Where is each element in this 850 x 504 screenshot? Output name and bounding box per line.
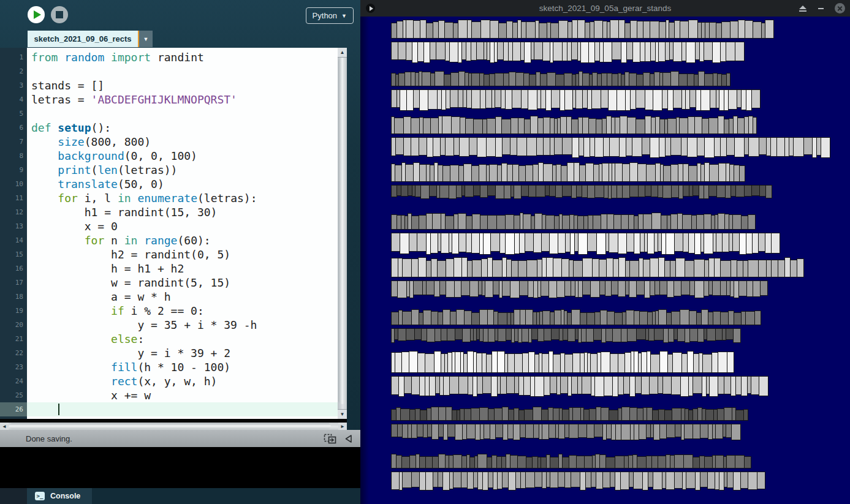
sketch-tab[interactable]: sketch_2021_09_06_rects	[28, 31, 138, 47]
code-line[interactable]: 7 size(800, 800)	[0, 135, 338, 149]
code-line[interactable]: 11 for i, l in enumerate(letras):	[0, 191, 338, 205]
stand-rect	[518, 165, 525, 181]
stand-rect	[497, 165, 501, 181]
stand-rect	[641, 376, 649, 394]
stand-rect	[571, 376, 577, 394]
stand-rect	[564, 310, 567, 325]
stand-rect	[466, 424, 475, 438]
code-line[interactable]: 17 w = randint(5, 15)	[0, 276, 338, 290]
tab-bar: sketch_2021_09_06_rects ▼	[0, 31, 360, 47]
code-line[interactable]: 8 background(0, 0, 100)	[0, 149, 338, 163]
run-button[interactable]	[28, 6, 45, 23]
stand-rect	[439, 185, 449, 198]
stand-rect	[754, 310, 761, 325]
code-line[interactable]: 3stands = []	[0, 78, 338, 92]
stand-rect	[629, 472, 633, 487]
stand-rect	[554, 310, 561, 325]
stand-rect	[594, 376, 604, 396]
stop-button[interactable]	[51, 6, 68, 23]
stand-rect	[694, 116, 702, 134]
stand-rect	[579, 165, 585, 181]
code-line[interactable]: 10 translate(50, 0)	[0, 177, 338, 191]
code-line[interactable]: 4letras = 'ABCDEFGHIJKLMNOPQRST'	[0, 92, 338, 107]
collapse-console-icon[interactable]	[344, 434, 353, 443]
code-line[interactable]: 21 else:	[0, 332, 338, 346]
copy-to-clipboard-icon[interactable]	[324, 434, 336, 444]
scroll-left-arrow[interactable]: ◄	[0, 423, 9, 430]
stand-rect	[397, 215, 401, 229]
vertical-scrollbar-thumb[interactable]	[338, 58, 346, 404]
stand-rect	[651, 117, 655, 134]
stand-rect	[528, 280, 533, 297]
vertical-scrollbar[interactable]: ▲ ▼	[338, 48, 347, 419]
stand-rect	[658, 42, 665, 61]
stand-rect	[642, 137, 650, 154]
scroll-down-arrow[interactable]: ▼	[338, 409, 347, 419]
code-line[interactable]: 20 y = 35 + i * 39 -h	[0, 318, 338, 332]
stand-rect	[462, 424, 466, 439]
code-line[interactable]: 26	[0, 402, 338, 416]
stand-rect	[507, 353, 514, 372]
stand-rect	[789, 137, 793, 156]
stand-rect	[506, 454, 510, 468]
code-line[interactable]: 22 y = i * 39 + 2	[0, 346, 338, 360]
stand-rect	[650, 354, 659, 372]
stand-rect	[562, 457, 569, 468]
code-editor[interactable]: 1from random import randint23stands = []…	[0, 48, 347, 419]
stand-rect	[553, 42, 562, 61]
console-output[interactable]	[0, 447, 360, 488]
scroll-right-arrow[interactable]: ►	[338, 423, 347, 430]
stand-rect	[471, 42, 476, 60]
stand-rect	[570, 233, 574, 254]
code-line[interactable]: 15 h2 = randint(0, 5)	[0, 247, 338, 261]
stand-rect	[668, 328, 674, 342]
tab-dropdown-button[interactable]: ▼	[139, 31, 153, 47]
stand-rect	[611, 424, 615, 440]
stand-rect	[634, 310, 639, 325]
stand-rect	[464, 408, 471, 420]
code-line[interactable]: 13 x = 0	[0, 219, 338, 233]
code-line[interactable]: 18 a = w * h	[0, 290, 338, 304]
stand-rect	[461, 185, 465, 195]
stand-rect	[673, 42, 681, 61]
code-line[interactable]: 24 rect(x, y, w, h)	[0, 374, 338, 388]
stand-rect	[466, 216, 472, 229]
stand-rect	[458, 233, 466, 252]
unmaximize-icon[interactable]	[794, 6, 812, 12]
code-line[interactable]: 19 if i % 2 == 0:	[0, 304, 338, 318]
stand-rect	[579, 71, 582, 86]
code-line[interactable]: 14 for n in range(60):	[0, 233, 338, 247]
horizontal-scrollbar[interactable]: ◄ ►	[0, 423, 347, 430]
code-line[interactable]: 23 fill(h * 10 - 100)	[0, 360, 338, 374]
code-line[interactable]: 25 x += w	[0, 388, 338, 402]
horizontal-scrollbar-thumb[interactable]	[9, 423, 331, 429]
stand-rect	[409, 455, 416, 468]
stand-rect	[574, 215, 577, 229]
close-icon[interactable]	[829, 3, 850, 13]
stand-rect	[411, 424, 417, 438]
stand-rect	[520, 309, 525, 325]
stand-rect	[648, 472, 653, 487]
mode-selector-button[interactable]: Python ▼	[306, 7, 354, 24]
scroll-up-arrow[interactable]: ▲	[338, 48, 347, 58]
code-line[interactable]: 9 print(len(letras))	[0, 163, 338, 177]
minimize-icon[interactable]	[812, 8, 829, 9]
stand-rect	[567, 21, 572, 38]
stand-rect	[602, 21, 607, 38]
console-tab[interactable]: >_ Console	[27, 488, 92, 504]
stand-rect	[574, 162, 579, 181]
stand-rect	[429, 185, 436, 196]
stand-rect	[665, 42, 669, 60]
stand-rect	[647, 407, 652, 420]
stand-rect	[636, 328, 645, 339]
code-line[interactable]: 16 h = h1 + h2	[0, 261, 338, 276]
stand-rect	[456, 185, 461, 197]
stand-rect	[486, 165, 489, 181]
code-line[interactable]: 2	[0, 64, 338, 78]
stand-rect	[720, 280, 726, 295]
code-line[interactable]: 6def setup():	[0, 121, 338, 135]
code-line[interactable]: 5	[0, 107, 338, 121]
code-line[interactable]: 12 h1 = randint(15, 30)	[0, 205, 338, 219]
stand-rect	[675, 424, 681, 437]
code-line[interactable]: 1from random import randint	[0, 50, 338, 64]
